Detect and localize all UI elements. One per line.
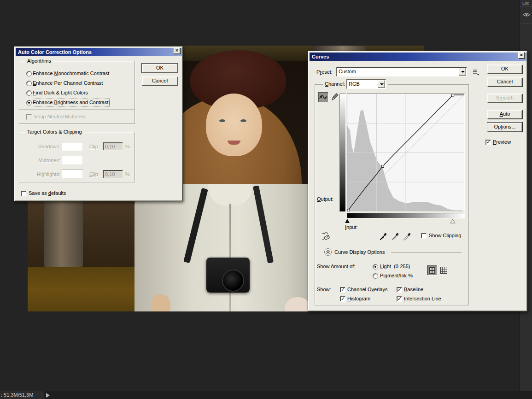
cancel-button[interactable]: Cancel (142, 76, 178, 86)
white-point-slider[interactable] (450, 219, 456, 223)
preset-label: Preset: (316, 69, 333, 75)
curve-point-tool-button[interactable] (318, 92, 328, 102)
snap-neutral-midtones-checkbox (26, 114, 32, 120)
white-point-eyedropper-icon[interactable] (403, 232, 410, 241)
curves-ok-button[interactable]: OK (487, 65, 522, 74)
radio-find-dark-light[interactable] (26, 90, 32, 96)
targeted-adjustment-hand-icon (321, 231, 332, 242)
status-bar: : 51,3M/51,3M (0, 391, 532, 399)
midtones-label: Midtones: (28, 158, 60, 164)
channel-value: RGB (349, 81, 360, 87)
radio-enhance-monochromatic[interactable] (26, 71, 32, 76)
black-point-slider[interactable] (345, 219, 350, 223)
auto-color-dialog-titlebar[interactable]: Auto Color Correction Options (16, 48, 182, 56)
photo-camera-lens (222, 270, 244, 292)
highlights-clip-field: 0,10 (103, 170, 123, 178)
channel-overlays-checkbox[interactable] (340, 287, 345, 293)
preview-label[interactable]: Preview (493, 139, 511, 145)
radio-pigment-ink[interactable] (373, 273, 378, 279)
options-button[interactable]: Options... (487, 123, 522, 132)
radio-enhance-brightness-contrast[interactable] (26, 100, 32, 106)
on-image-adjustment-tool[interactable] (321, 231, 332, 242)
target-colors-legend: Target Colors & Clipping (25, 129, 84, 135)
highlights-percent-label: % (125, 171, 130, 177)
highlights-color-swatch (62, 170, 83, 179)
save-as-defaults-checkbox[interactable] (21, 191, 26, 196)
curves-dialog: Curves × Preset: Custom OK Cancel Smooth… (308, 51, 527, 311)
intersection-line-label[interactable]: Intersection Line (404, 296, 441, 302)
curves-dialog-title: Curves (312, 54, 329, 59)
radio-light[interactable] (373, 264, 378, 270)
double-chevron-up-icon (325, 249, 331, 255)
input-gradient-ramp (347, 213, 465, 218)
highlights-clip-label: Clip: (89, 171, 99, 177)
baseline-checkbox[interactable] (397, 287, 402, 293)
photoshop-workspace: Loc : 51,3M/51,3M Auto Color Correction … (0, 0, 532, 399)
input-label: Input: (345, 224, 358, 230)
channel-overlays-label[interactable]: Channel Overlays (347, 287, 387, 293)
shadows-clip-field: 0,10 (103, 142, 123, 151)
save-as-defaults-label[interactable]: Save as defaults (29, 190, 66, 196)
preview-checkbox[interactable] (485, 140, 491, 145)
curve-plot[interactable] (347, 94, 464, 211)
auto-button[interactable]: Auto (487, 110, 522, 119)
intersection-line-checkbox[interactable] (397, 296, 402, 302)
ok-button[interactable]: OK (142, 64, 178, 73)
baseline-label[interactable]: Baseline (404, 287, 423, 293)
panel-divider (520, 23, 532, 23)
black-point-eyedropper-icon[interactable] (380, 232, 386, 241)
radio-label-enhance-brightness-contrast[interactable]: Enhance Brightness and Contrast (33, 100, 109, 106)
gray-point-eyedropper-icon[interactable] (392, 232, 398, 241)
curve-plot-frame (347, 94, 465, 212)
close-icon[interactable]: × (518, 52, 525, 59)
scroll-right-arrow-icon[interactable] (46, 393, 50, 398)
radio-enhance-per-channel[interactable] (26, 81, 32, 86)
detailed-grid-button[interactable] (440, 267, 447, 274)
algorithms-legend: Algorithms (25, 58, 53, 64)
group-separator (19, 109, 134, 110)
curves-cancel-button[interactable]: Cancel (487, 77, 522, 87)
preset-menu-icon[interactable] (472, 69, 480, 76)
radio-light-label[interactable]: Light (0-255) (380, 264, 410, 270)
show-amount-of-label: Show Amount of: (317, 264, 355, 270)
curve-display-options-header: Curve Display Options (334, 249, 385, 255)
output-gradient-ramp (339, 94, 346, 212)
curves-dialog-titlebar[interactable]: Curves (310, 53, 526, 61)
curve-tool-icon (319, 93, 328, 102)
photo-person-eye-left (219, 119, 225, 122)
chevron-down-icon[interactable] (459, 68, 466, 76)
pencil-tool-icon[interactable] (330, 93, 339, 102)
show-label: Show: (317, 287, 331, 293)
input-slider-track (347, 219, 464, 223)
histogram-checkbox[interactable] (340, 296, 345, 302)
shadows-percent-label: % (125, 144, 130, 150)
snap-neutral-midtones-label: Snap Neutral Midtones (34, 114, 86, 120)
radio-label-enhance-per-channel[interactable]: Enhance Per Channel Contrast (33, 80, 103, 86)
quarter-grid-icon (429, 267, 435, 274)
channel-label: Channel: (323, 81, 347, 87)
show-clipping-label[interactable]: Show Clipping (429, 233, 461, 239)
chevron-down-icon[interactable] (378, 80, 385, 88)
channel-dropdown[interactable]: RGB (346, 79, 386, 89)
simple-grid-button[interactable] (427, 265, 437, 276)
highlights-label: Highlights: (28, 171, 60, 177)
auto-color-correction-dialog: Auto Color Correction Options × Algorith… (14, 46, 183, 201)
output-label: Output: (317, 196, 333, 202)
preset-value: Custom (339, 68, 356, 75)
layer-visibility-eye-icon[interactable] (523, 12, 530, 18)
fine-grid-icon (440, 267, 447, 274)
radio-label-enhance-monochromatic[interactable]: Enhance Monochromatic Contrast (33, 70, 109, 76)
photo-person-face (206, 94, 262, 156)
shadows-clip-label: Clip: (89, 144, 99, 150)
section-rule (391, 252, 462, 253)
preset-dropdown[interactable]: Custom (336, 67, 467, 76)
collapse-section-button[interactable] (324, 248, 332, 256)
photo-person-hand-left (151, 294, 170, 311)
radio-label-find-dark-light[interactable]: Find Dark & Light Colors (33, 90, 88, 96)
smooth-button: Smooth (487, 94, 522, 103)
lock-label-truncated: Loc (522, 0, 529, 6)
histogram-label[interactable]: Histogram (347, 296, 370, 302)
close-icon[interactable]: × (174, 47, 180, 54)
radio-pigment-ink-label[interactable]: Pigment/Ink % (380, 273, 413, 279)
show-clipping-checkbox[interactable] (421, 233, 427, 239)
